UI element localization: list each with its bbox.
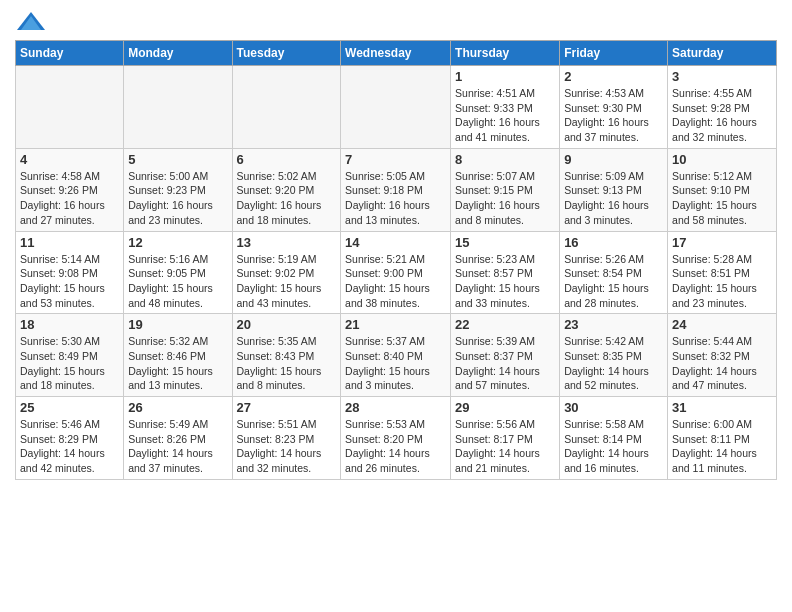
day-number: 1 (455, 69, 555, 84)
day-number: 14 (345, 235, 446, 250)
calendar-week-2: 4Sunrise: 4:58 AM Sunset: 9:26 PM Daylig… (16, 148, 777, 231)
day-number: 20 (237, 317, 337, 332)
day-number: 29 (455, 400, 555, 415)
day-info: Sunrise: 5:07 AM Sunset: 9:15 PM Dayligh… (455, 169, 555, 228)
calendar-cell: 30Sunrise: 5:58 AM Sunset: 8:14 PM Dayli… (560, 397, 668, 480)
calendar-cell: 15Sunrise: 5:23 AM Sunset: 8:57 PM Dayli… (451, 231, 560, 314)
calendar-cell: 8Sunrise: 5:07 AM Sunset: 9:15 PM Daylig… (451, 148, 560, 231)
day-header-tuesday: Tuesday (232, 41, 341, 66)
day-number: 18 (20, 317, 119, 332)
calendar-cell: 27Sunrise: 5:51 AM Sunset: 8:23 PM Dayli… (232, 397, 341, 480)
day-number: 16 (564, 235, 663, 250)
day-info: Sunrise: 5:51 AM Sunset: 8:23 PM Dayligh… (237, 417, 337, 476)
calendar-cell: 5Sunrise: 5:00 AM Sunset: 9:23 PM Daylig… (124, 148, 232, 231)
calendar-cell: 25Sunrise: 5:46 AM Sunset: 8:29 PM Dayli… (16, 397, 124, 480)
day-number: 4 (20, 152, 119, 167)
calendar-cell: 21Sunrise: 5:37 AM Sunset: 8:40 PM Dayli… (341, 314, 451, 397)
calendar-cell: 20Sunrise: 5:35 AM Sunset: 8:43 PM Dayli… (232, 314, 341, 397)
calendar-cell: 28Sunrise: 5:53 AM Sunset: 8:20 PM Dayli… (341, 397, 451, 480)
logo (15, 10, 45, 32)
calendar-cell: 3Sunrise: 4:55 AM Sunset: 9:28 PM Daylig… (668, 66, 777, 149)
day-info: Sunrise: 6:00 AM Sunset: 8:11 PM Dayligh… (672, 417, 772, 476)
day-number: 11 (20, 235, 119, 250)
day-header-wednesday: Wednesday (341, 41, 451, 66)
day-header-sunday: Sunday (16, 41, 124, 66)
calendar-cell: 11Sunrise: 5:14 AM Sunset: 9:08 PM Dayli… (16, 231, 124, 314)
day-number: 17 (672, 235, 772, 250)
day-number: 5 (128, 152, 227, 167)
day-info: Sunrise: 5:44 AM Sunset: 8:32 PM Dayligh… (672, 334, 772, 393)
day-number: 21 (345, 317, 446, 332)
day-info: Sunrise: 5:23 AM Sunset: 8:57 PM Dayligh… (455, 252, 555, 311)
day-info: Sunrise: 4:51 AM Sunset: 9:33 PM Dayligh… (455, 86, 555, 145)
day-info: Sunrise: 5:02 AM Sunset: 9:20 PM Dayligh… (237, 169, 337, 228)
day-info: Sunrise: 5:19 AM Sunset: 9:02 PM Dayligh… (237, 252, 337, 311)
day-info: Sunrise: 5:46 AM Sunset: 8:29 PM Dayligh… (20, 417, 119, 476)
calendar-cell (232, 66, 341, 149)
day-number: 25 (20, 400, 119, 415)
calendar-week-5: 25Sunrise: 5:46 AM Sunset: 8:29 PM Dayli… (16, 397, 777, 480)
day-info: Sunrise: 5:53 AM Sunset: 8:20 PM Dayligh… (345, 417, 446, 476)
day-info: Sunrise: 5:09 AM Sunset: 9:13 PM Dayligh… (564, 169, 663, 228)
day-info: Sunrise: 5:21 AM Sunset: 9:00 PM Dayligh… (345, 252, 446, 311)
day-number: 3 (672, 69, 772, 84)
day-number: 30 (564, 400, 663, 415)
calendar-week-1: 1Sunrise: 4:51 AM Sunset: 9:33 PM Daylig… (16, 66, 777, 149)
day-number: 27 (237, 400, 337, 415)
day-header-friday: Friday (560, 41, 668, 66)
day-info: Sunrise: 5:05 AM Sunset: 9:18 PM Dayligh… (345, 169, 446, 228)
day-number: 24 (672, 317, 772, 332)
day-number: 12 (128, 235, 227, 250)
day-header-thursday: Thursday (451, 41, 560, 66)
day-info: Sunrise: 5:00 AM Sunset: 9:23 PM Dayligh… (128, 169, 227, 228)
calendar-cell: 16Sunrise: 5:26 AM Sunset: 8:54 PM Dayli… (560, 231, 668, 314)
calendar-cell: 19Sunrise: 5:32 AM Sunset: 8:46 PM Dayli… (124, 314, 232, 397)
calendar-cell: 26Sunrise: 5:49 AM Sunset: 8:26 PM Dayli… (124, 397, 232, 480)
day-number: 28 (345, 400, 446, 415)
day-header-saturday: Saturday (668, 41, 777, 66)
day-info: Sunrise: 5:39 AM Sunset: 8:37 PM Dayligh… (455, 334, 555, 393)
calendar-cell (341, 66, 451, 149)
calendar-table: SundayMondayTuesdayWednesdayThursdayFrid… (15, 40, 777, 480)
calendar-cell (124, 66, 232, 149)
calendar-cell: 14Sunrise: 5:21 AM Sunset: 9:00 PM Dayli… (341, 231, 451, 314)
day-info: Sunrise: 5:56 AM Sunset: 8:17 PM Dayligh… (455, 417, 555, 476)
calendar-week-4: 18Sunrise: 5:30 AM Sunset: 8:49 PM Dayli… (16, 314, 777, 397)
calendar-cell: 17Sunrise: 5:28 AM Sunset: 8:51 PM Dayli… (668, 231, 777, 314)
day-info: Sunrise: 5:49 AM Sunset: 8:26 PM Dayligh… (128, 417, 227, 476)
calendar-cell: 23Sunrise: 5:42 AM Sunset: 8:35 PM Dayli… (560, 314, 668, 397)
calendar-cell: 7Sunrise: 5:05 AM Sunset: 9:18 PM Daylig… (341, 148, 451, 231)
day-number: 8 (455, 152, 555, 167)
day-number: 10 (672, 152, 772, 167)
calendar-cell: 31Sunrise: 6:00 AM Sunset: 8:11 PM Dayli… (668, 397, 777, 480)
day-info: Sunrise: 5:16 AM Sunset: 9:05 PM Dayligh… (128, 252, 227, 311)
calendar-cell: 22Sunrise: 5:39 AM Sunset: 8:37 PM Dayli… (451, 314, 560, 397)
day-number: 26 (128, 400, 227, 415)
calendar-cell (16, 66, 124, 149)
day-info: Sunrise: 5:28 AM Sunset: 8:51 PM Dayligh… (672, 252, 772, 311)
calendar-cell: 2Sunrise: 4:53 AM Sunset: 9:30 PM Daylig… (560, 66, 668, 149)
day-number: 13 (237, 235, 337, 250)
calendar-cell: 29Sunrise: 5:56 AM Sunset: 8:17 PM Dayli… (451, 397, 560, 480)
day-number: 22 (455, 317, 555, 332)
day-info: Sunrise: 4:53 AM Sunset: 9:30 PM Dayligh… (564, 86, 663, 145)
day-info: Sunrise: 5:58 AM Sunset: 8:14 PM Dayligh… (564, 417, 663, 476)
calendar-cell: 6Sunrise: 5:02 AM Sunset: 9:20 PM Daylig… (232, 148, 341, 231)
header (15, 10, 777, 32)
day-info: Sunrise: 5:30 AM Sunset: 8:49 PM Dayligh… (20, 334, 119, 393)
calendar-cell: 12Sunrise: 5:16 AM Sunset: 9:05 PM Dayli… (124, 231, 232, 314)
logo-icon (17, 10, 45, 32)
calendar-cell: 24Sunrise: 5:44 AM Sunset: 8:32 PM Dayli… (668, 314, 777, 397)
day-info: Sunrise: 5:26 AM Sunset: 8:54 PM Dayligh… (564, 252, 663, 311)
day-info: Sunrise: 5:37 AM Sunset: 8:40 PM Dayligh… (345, 334, 446, 393)
day-number: 6 (237, 152, 337, 167)
day-info: Sunrise: 5:35 AM Sunset: 8:43 PM Dayligh… (237, 334, 337, 393)
day-number: 15 (455, 235, 555, 250)
day-number: 23 (564, 317, 663, 332)
calendar-cell: 13Sunrise: 5:19 AM Sunset: 9:02 PM Dayli… (232, 231, 341, 314)
calendar-cell: 9Sunrise: 5:09 AM Sunset: 9:13 PM Daylig… (560, 148, 668, 231)
calendar-week-3: 11Sunrise: 5:14 AM Sunset: 9:08 PM Dayli… (16, 231, 777, 314)
day-info: Sunrise: 5:12 AM Sunset: 9:10 PM Dayligh… (672, 169, 772, 228)
calendar-cell: 18Sunrise: 5:30 AM Sunset: 8:49 PM Dayli… (16, 314, 124, 397)
day-number: 7 (345, 152, 446, 167)
